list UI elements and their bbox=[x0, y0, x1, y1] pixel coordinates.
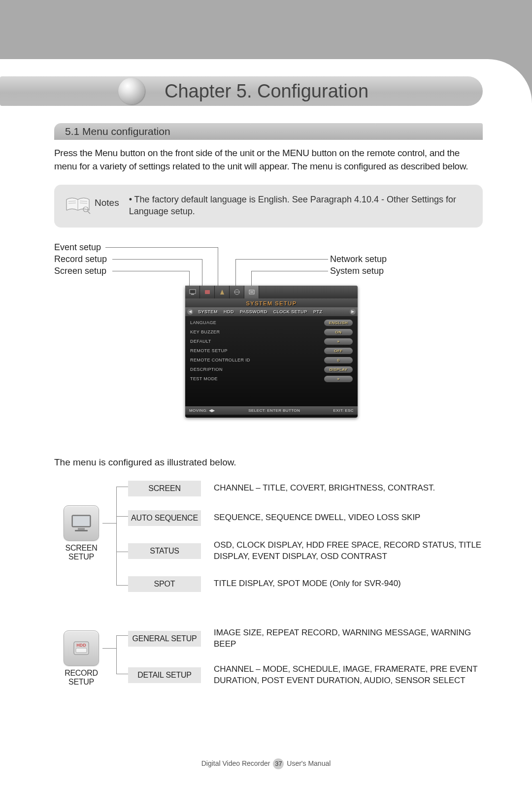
chapter-title: Chapter 5. Configuration bbox=[165, 81, 368, 102]
tree-connector bbox=[116, 635, 128, 636]
tree-rows: GENERAL SETUP IMAGE SIZE, REPEAT RECORD,… bbox=[128, 627, 483, 687]
osd-tab-system-icon bbox=[244, 286, 259, 298]
osd-row-value: DISPLAY bbox=[324, 366, 353, 373]
osd-diagram: Event setup Record setup Screen setup Ne… bbox=[54, 242, 483, 454]
callout-line bbox=[251, 271, 328, 271]
osd-top-tabs bbox=[185, 286, 358, 298]
tree-row: GENERAL SETUP IMAGE SIZE, REPEAT RECORD,… bbox=[128, 627, 483, 650]
svg-rect-12 bbox=[249, 290, 254, 294]
callout-line bbox=[218, 247, 218, 288]
osd-row-value: 0 bbox=[324, 357, 353, 363]
tree-desc: CHANNEL – TITLE, COVERT, BRIGHTNESS, CON… bbox=[214, 483, 483, 494]
tree-chip: SPOT bbox=[128, 576, 201, 592]
osd-panel: SYSTEM SETUP ◀ SYSTEM HDD PASSWORD CLOCK… bbox=[185, 286, 358, 418]
chapter-heading-bar: Chapter 5. Configuration bbox=[0, 76, 483, 106]
osd-footer-select: SELECT: ENTER BUTTON bbox=[248, 408, 300, 413]
tree-rows: SCREEN CHANNEL – TITLE, COVERT, BRIGHTNE… bbox=[128, 481, 483, 592]
tree-chip: SCREEN bbox=[128, 481, 201, 496]
osd-subtab: SYSTEM bbox=[195, 309, 221, 314]
tree-desc: IMAGE SIZE, REPEAT RECORD, WARNING MESSA… bbox=[214, 627, 483, 650]
svg-rect-16 bbox=[73, 516, 90, 526]
osd-subtabs: ◀ SYSTEM HDD PASSWORD CLOCK SETUP PTZ ▶ bbox=[185, 307, 358, 316]
osd-footer-exit: EXIT: ESC bbox=[333, 408, 354, 413]
tree-connector bbox=[102, 648, 116, 649]
monitor-icon bbox=[64, 505, 99, 541]
tree-connector bbox=[116, 552, 128, 552]
tree-chip: DETAIL SETUP bbox=[128, 667, 201, 683]
osd-row-value: ENGLISH bbox=[324, 320, 353, 326]
osd-row-value: » bbox=[324, 338, 353, 345]
tree-block-screen-setup: SCREEN SETUP SCREEN CHANNEL – TITLE, COV… bbox=[54, 481, 483, 604]
callout-line bbox=[251, 271, 252, 288]
osd-title: SYSTEM SETUP bbox=[185, 298, 358, 307]
tree-connector bbox=[102, 523, 116, 524]
callout-line bbox=[112, 271, 189, 271]
para-menu-configured: The menu is configured as illustrated be… bbox=[54, 457, 483, 468]
tree-connector bbox=[116, 487, 117, 585]
osd-row: LANGUAGEENGLISH bbox=[190, 318, 353, 328]
osd-subtab: PASSWORD bbox=[237, 309, 270, 314]
tree-desc: OSD, CLOCK DISPLAY, HDD FREE SPACE, RECO… bbox=[214, 540, 483, 562]
content-area: 5.1 Menu configuration Press the Menu bu… bbox=[54, 123, 483, 725]
svg-rect-9 bbox=[205, 290, 210, 294]
osd-subtab: PTZ bbox=[310, 309, 326, 314]
osd-row-label: KEY BUZZER bbox=[190, 329, 324, 334]
osd-row-label: LANGUAGE bbox=[190, 320, 324, 325]
osd-tab-screen-icon bbox=[185, 286, 200, 298]
tree-desc: TITLE DISPLAY, SPOT MODE (Only for SVR-9… bbox=[214, 578, 483, 590]
menu-tree: SCREEN SETUP SCREEN CHANNEL – TITLE, COV… bbox=[54, 481, 483, 701]
osd-tab-event-icon bbox=[215, 286, 230, 298]
callout-line bbox=[105, 247, 218, 248]
osd-row-label: REMOTE SETUP bbox=[190, 348, 324, 353]
osd-row-value: ON bbox=[324, 329, 353, 335]
tree-connector bbox=[116, 516, 128, 517]
svg-rect-20 bbox=[76, 648, 87, 653]
footer-prefix: Digital Video Recorder bbox=[201, 759, 270, 767]
osd-settings-list: LANGUAGEENGLISH KEY BUZZERON DEFAULT» RE… bbox=[185, 316, 358, 406]
tree-chip: GENERAL SETUP bbox=[128, 631, 201, 647]
tree-desc: CHANNEL – MODE, SCHEDULE, IMAGE, FRAMERA… bbox=[214, 664, 483, 687]
callout-label: Network setup bbox=[330, 254, 387, 264]
notes-box: Notes • The factory default language is … bbox=[54, 185, 483, 228]
osd-footer-moving: MOVING: ◀▶ bbox=[189, 408, 215, 413]
callout-label: System setup bbox=[330, 266, 384, 276]
page-footer: Digital Video Recorder 37 User's Manual bbox=[0, 758, 532, 769]
sphere-decoration bbox=[118, 78, 145, 104]
tree-block-record-setup: HDD RECORD SETUP GENERAL SETUP IMAGE SIZ… bbox=[54, 627, 483, 701]
tree-caption: RECORD SETUP bbox=[54, 669, 108, 687]
tree-caption: SCREEN SETUP bbox=[54, 544, 108, 561]
tree-row: AUTO SEQUENCE SEQUENCE, SEQUENCE DWELL, … bbox=[128, 510, 483, 526]
tree-row: SCREEN CHANNEL – TITLE, COVERT, BRIGHTNE… bbox=[128, 481, 483, 496]
callout-line bbox=[235, 259, 328, 260]
page-number: 37 bbox=[273, 758, 284, 769]
tree-desc: SEQUENCE, SEQUENCE DWELL, VIDEO LOSS SKI… bbox=[214, 512, 483, 524]
osd-arrow-left-icon: ◀ bbox=[187, 309, 193, 315]
manual-page: Chapter 5. Configuration 5.1 Menu config… bbox=[0, 0, 532, 787]
callout-line bbox=[112, 259, 202, 260]
tree-chip: STATUS bbox=[128, 543, 201, 559]
svg-rect-8 bbox=[191, 294, 194, 295]
osd-row-value: OFF bbox=[324, 348, 353, 354]
notes-label: Notes bbox=[95, 197, 119, 208]
callout-label: Screen setup bbox=[54, 266, 106, 276]
callout-line bbox=[235, 259, 236, 288]
callout-line bbox=[202, 259, 202, 288]
osd-arrow-right-icon: ▶ bbox=[350, 309, 356, 315]
callout-line bbox=[189, 271, 190, 288]
osd-row-label: DEFAULT bbox=[190, 339, 324, 344]
tree-chip: AUTO SEQUENCE bbox=[128, 510, 201, 526]
tree-icon-group: SCREEN SETUP bbox=[54, 505, 108, 561]
notes-text: • The factory default language is Englis… bbox=[129, 194, 473, 218]
tree-connector bbox=[116, 635, 117, 674]
tree-connector bbox=[116, 585, 128, 586]
osd-row: KEY BUZZERON bbox=[190, 328, 353, 337]
osd-row: REMOTE CONTROLLER ID0 bbox=[190, 356, 353, 365]
osd-subtab: CLOCK SETUP bbox=[270, 309, 310, 314]
tree-row: DETAIL SETUP CHANNEL – MODE, SCHEDULE, I… bbox=[128, 664, 483, 687]
osd-row: DEFAULT» bbox=[190, 337, 353, 346]
svg-text:HDD: HDD bbox=[76, 643, 86, 648]
intro-paragraph: Press the Menu button on the front side … bbox=[54, 147, 483, 173]
book-icon bbox=[64, 195, 92, 214]
svg-rect-18 bbox=[75, 530, 88, 531]
osd-footer: MOVING: ◀▶ SELECT: ENTER BUTTON EXIT: ES… bbox=[185, 406, 358, 415]
